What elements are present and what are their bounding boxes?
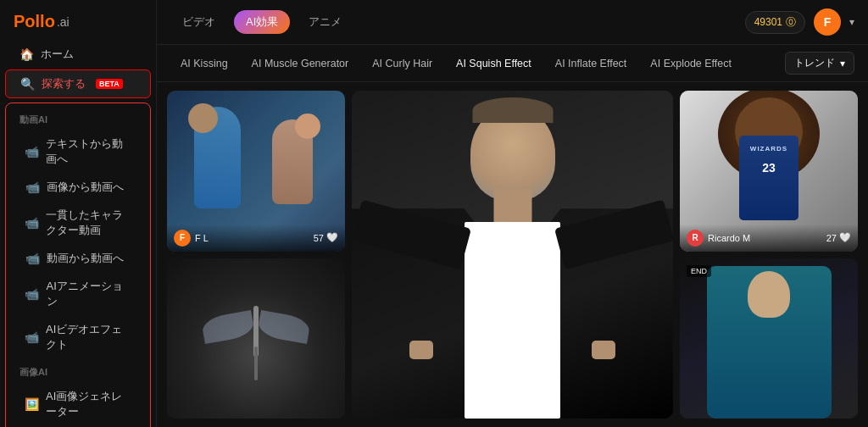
card-likes: 57 🤍 [314, 232, 338, 243]
sidebar-item-label: 動画から動画へ [47, 251, 124, 266]
credit-badge: 49301 ⓪ [745, 11, 805, 34]
sidebar-item-home[interactable]: 🏠 ホーム [5, 41, 151, 68]
card-hair-girl[interactable]: END [680, 258, 858, 419]
chevron-down-icon[interactable]: ▾ [849, 16, 854, 28]
subnav-items: AI Kissing AI Muscle Generator AI Curly … [170, 54, 742, 73]
sidebar-highlight-section: 動画AI 📹 テキストから動画へ 📹 画像から動画へ 📹 一貫したキャラクター動… [5, 103, 151, 427]
video-effects-icon: 📹 [25, 330, 39, 344]
sort-chevron-icon: ▾ [840, 58, 845, 69]
musk-neck [493, 189, 531, 223]
musk-shirt [465, 222, 561, 419]
sidebar-item-ai-image-gen[interactable]: 🖼️ AI画像ジェネレーター [11, 383, 145, 425]
logo-text: Pollo [14, 12, 55, 31]
left-column: F F L 57 🤍 [167, 91, 345, 419]
wizards-label: WIZARDS [750, 145, 787, 152]
sidebar-search-label: 探索する [42, 76, 86, 92]
user-name: F L [195, 233, 209, 243]
credit-icon: ⓪ [786, 15, 796, 30]
logo: Pollo.ai [0, 0, 156, 40]
musk-hair [472, 97, 553, 123]
heart-icon: 🤍 [839, 232, 851, 243]
card-user: F F L [174, 230, 209, 247]
image-gen-icon: 🖼️ [25, 397, 39, 411]
topbar: ビデオ AI効果 アニメ 49301 ⓪ F ▾ [157, 0, 868, 45]
topbar-right: 49301 ⓪ F ▾ [745, 8, 854, 36]
subnav: AI Kissing AI Muscle Generator AI Curly … [157, 45, 868, 82]
section-image-ai-label: 画像AI [6, 359, 150, 382]
tab-anime[interactable]: アニメ [297, 10, 353, 34]
center-column: F F L 31 🤍 [352, 91, 673, 419]
subnav-ai-explode[interactable]: AI Explode Effect [640, 54, 742, 73]
sidebar-item-ai-animation[interactable]: 📹 AIアニメーション [11, 273, 145, 315]
sidebar-item-image-to-video[interactable]: 📹 画像から動画へ [11, 174, 145, 201]
sidebar-item-video-to-video[interactable]: 📹 動画から動画へ [11, 245, 145, 272]
sidebar-home-label: ホーム [41, 47, 74, 62]
end-badge: END [687, 265, 711, 277]
musk-left-fist [409, 341, 433, 359]
player-number-label: 23 [762, 161, 776, 175]
credit-amount: 49301 [754, 16, 782, 28]
user-avatar: F [174, 230, 191, 247]
like-count: 57 [314, 233, 324, 243]
sidebar-item-ai-video-effects[interactable]: 📹 AIビデオエフェクト [11, 316, 145, 358]
tab-video[interactable]: ビデオ [170, 10, 227, 34]
image-to-video-icon: 📹 [25, 180, 40, 194]
subnav-ai-squish[interactable]: AI Squish Effect [446, 54, 542, 73]
sidebar-item-label: AI画像ジェネレーター [46, 389, 131, 419]
main-content: ビデオ AI効果 アニメ 49301 ⓪ F ▾ AI Kissing AI M… [157, 0, 868, 427]
sidebar-item-consistent-character[interactable]: 📹 一貫したキャラクター動画 [11, 202, 145, 244]
card-basketball[interactable]: WIZARDS 23 R Ricardo M 27 🤍 [680, 91, 858, 252]
sidebar-item-search[interactable]: 🔍 探索する BETA [5, 69, 151, 98]
beta-badge: BETA [96, 79, 123, 89]
sidebar: Pollo.ai 🏠 ホーム 🔍 探索する BETA 動画AI 📹 テキストから… [0, 0, 157, 427]
user-avatar: R [687, 230, 704, 247]
animation-icon: 📹 [25, 287, 40, 301]
text-to-video-icon: 📹 [25, 145, 39, 158]
musk-right-fist [592, 341, 615, 359]
home-icon: 🏠 [19, 47, 34, 61]
user-name: Ricardo M [708, 233, 750, 243]
sidebar-item-label: 一貫したキャラクター動画 [46, 208, 131, 238]
card-couple[interactable]: F F L 57 🤍 [167, 91, 345, 252]
card-musk[interactable]: F F L 31 🤍 [352, 91, 673, 419]
tab-group: ビデオ AI効果 アニメ [170, 10, 353, 34]
hair-face [748, 271, 790, 318]
trend-sort-select[interactable]: トレンド ▾ [785, 52, 854, 75]
subnav-ai-inflate[interactable]: AI Inflate Effect [545, 54, 637, 73]
sort-label: トレンド [794, 56, 835, 70]
card-user: R Ricardo M [687, 230, 750, 247]
card-likes: 27 🤍 [826, 232, 851, 243]
tab-ai-effects[interactable]: AI効果 [234, 10, 290, 34]
card-basketball-overlay: R Ricardo M 27 🤍 [680, 225, 858, 252]
section-video-ai-label: 動画AI [6, 107, 150, 130]
sidebar-item-label: 画像から動画へ [47, 180, 124, 195]
sidebar-item-label: AIアニメーション [47, 279, 131, 309]
video-to-video-icon: 📹 [25, 252, 40, 265]
card-couple-overlay: F F L 57 🤍 [167, 225, 345, 252]
search-icon: 🔍 [19, 77, 35, 91]
sidebar-item-label: テキストから動画へ [46, 136, 131, 167]
content-grid: F F L 57 🤍 [157, 82, 868, 427]
sidebar-item-label: AIビデオエフェクト [46, 322, 131, 352]
logo-suffix: .ai [57, 15, 70, 29]
character-icon: 📹 [25, 216, 39, 230]
avatar[interactable]: F [814, 8, 841, 36]
subnav-ai-curly[interactable]: AI Curly Hair [362, 54, 442, 73]
sidebar-item-text-to-video[interactable]: 📹 テキストから動画へ [11, 130, 145, 173]
heart-icon: 🤍 [326, 232, 338, 243]
subnav-ai-kissing[interactable]: AI Kissing [170, 54, 238, 73]
subnav-ai-muscle[interactable]: AI Muscle Generator [242, 54, 359, 73]
card-dragonfly[interactable] [167, 258, 345, 419]
right-column: WIZARDS 23 R Ricardo M 27 🤍 [680, 91, 858, 419]
like-count: 27 [826, 233, 837, 243]
